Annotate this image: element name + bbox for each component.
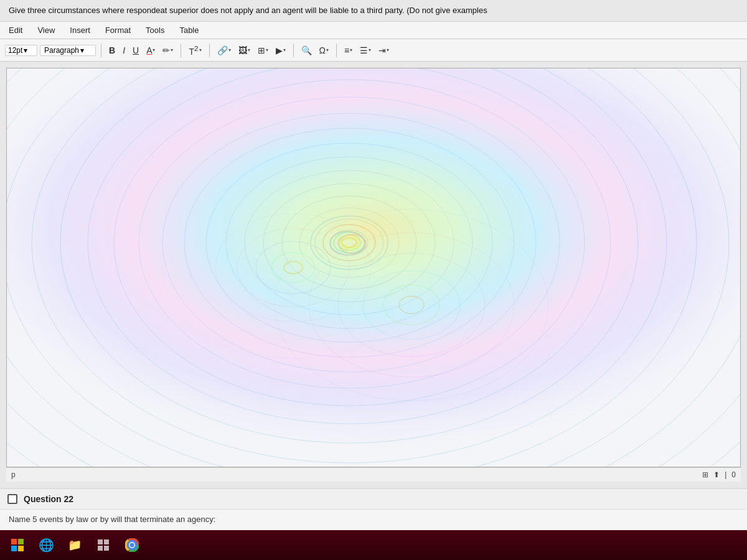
- image-icon: 🖼: [238, 45, 247, 55]
- folder-icon: 📁: [68, 538, 82, 552]
- taskbar-ie-button[interactable]: 🌐: [34, 533, 59, 557]
- indent-icon: ⇥: [378, 45, 386, 55]
- paragraph-chevron: ▾: [80, 46, 84, 55]
- ie-icon: 🌐: [39, 538, 54, 553]
- paragraph-value: Paragraph: [44, 46, 79, 55]
- question-22-section: Question 22 Name 5 events by law or by w…: [0, 488, 747, 530]
- chrome-icon: [125, 538, 139, 552]
- special-chars-chevron: ▾: [326, 47, 329, 53]
- upload-icon: ⬆: [713, 470, 720, 479]
- editor-background: [7, 68, 740, 467]
- table-icon: ⊞: [258, 45, 265, 55]
- question-22-title: Question 22: [24, 494, 73, 504]
- question-22-body: Name 5 events by law or by will that ter…: [0, 510, 747, 530]
- highlight-chevron: ▾: [171, 47, 173, 53]
- font-color-chevron: ▾: [153, 47, 155, 53]
- svg-rect-42: [7, 68, 740, 467]
- toolbar: 12pt ▾ Paragraph ▾ B I U A ▾ ✏ ▾ T2 ▾: [0, 39, 747, 62]
- superscript-button[interactable]: T2 ▾: [186, 42, 204, 58]
- question-22-text: Name 5 events by law or by will that ter…: [9, 515, 215, 524]
- media-button[interactable]: ▶ ▾: [273, 42, 288, 58]
- menu-edit[interactable]: Edit: [6, 24, 25, 36]
- image-chevron: ▾: [248, 47, 250, 53]
- font-color-button[interactable]: A ▾: [144, 42, 157, 58]
- highlight-icon: ✏: [162, 45, 170, 55]
- underline-label: U: [133, 45, 139, 55]
- menu-tools[interactable]: Tools: [143, 24, 167, 36]
- windows-icon: [11, 538, 24, 552]
- superscript-chevron: ▾: [199, 47, 202, 53]
- editor-window: Give three circumstances where respondea…: [0, 0, 747, 530]
- media-icon: ▶: [276, 45, 283, 55]
- editor-area: p ⊞ ⬆ | 0: [0, 62, 747, 488]
- font-size-chevron: ▾: [24, 46, 27, 55]
- menu-table[interactable]: Table: [177, 24, 201, 36]
- separator-4: [293, 44, 294, 57]
- table-chevron: ▾: [266, 47, 268, 53]
- taskbar-explorer-button[interactable]: 📁: [62, 533, 87, 557]
- taskbar: 🌐 📁: [0, 530, 747, 560]
- question-22-checkbox[interactable]: [7, 494, 17, 504]
- menu-bar: Edit View Insert Format Tools Table: [0, 22, 747, 39]
- question-22-header: Question 22: [0, 489, 747, 510]
- separator-2: [181, 44, 181, 57]
- special-chars-icon: Ω: [319, 45, 326, 55]
- align-left-button[interactable]: ≡ ▾: [342, 42, 355, 58]
- search-button[interactable]: 🔍: [299, 42, 314, 58]
- list-chevron: ▾: [369, 47, 371, 53]
- search-icon: 🔍: [301, 45, 312, 55]
- svg-rect-49: [98, 546, 103, 551]
- list-icon: ☰: [360, 45, 368, 55]
- word-count: 0: [731, 470, 736, 479]
- indent-button[interactable]: ⇥ ▾: [376, 42, 392, 58]
- link-icon: 🔗: [217, 45, 228, 55]
- superscript-label: T2: [189, 44, 198, 57]
- taskbar-start-button[interactable]: [5, 533, 30, 557]
- grid-icon: ⊞: [702, 470, 708, 479]
- svg-rect-44: [18, 539, 24, 544]
- link-button[interactable]: 🔗 ▾: [215, 42, 233, 58]
- svg-rect-48: [104, 539, 109, 544]
- italic-button[interactable]: I: [120, 42, 128, 58]
- paragraph-indicator: p: [11, 470, 16, 479]
- font-color-label: A: [146, 45, 152, 55]
- paragraph-style-selector[interactable]: Paragraph ▾: [40, 45, 96, 56]
- svg-rect-43: [11, 539, 17, 544]
- svg-rect-46: [18, 546, 24, 551]
- editor-content[interactable]: [6, 68, 741, 467]
- separator-1: [101, 44, 101, 57]
- svg-point-56: [130, 543, 134, 548]
- table-insert-button[interactable]: ⊞ ▾: [255, 42, 271, 58]
- question-prompt-text: Give three circumstances where respondea…: [9, 6, 487, 15]
- align-left-icon: ≡: [344, 45, 349, 55]
- status-icons: ⊞ ⬆ | 0: [702, 470, 736, 479]
- taskbar-chrome-button[interactable]: [120, 533, 144, 557]
- indent-chevron: ▾: [387, 47, 389, 53]
- taskbar-app-button[interactable]: [91, 533, 116, 557]
- highlight-button[interactable]: ✏ ▾: [160, 42, 176, 58]
- app-grid-icon: [97, 539, 110, 551]
- image-button[interactable]: 🖼 ▾: [236, 42, 253, 58]
- special-chars-button[interactable]: Ω ▾: [317, 42, 331, 58]
- svg-rect-45: [11, 546, 17, 551]
- separator-5: [336, 44, 337, 57]
- align-left-chevron: ▾: [350, 47, 352, 53]
- question-prompt: Give three circumstances where respondea…: [0, 0, 747, 22]
- editor-status: p ⊞ ⬆ | 0: [6, 467, 741, 482]
- font-size-value: 12pt: [8, 46, 22, 55]
- italic-label: I: [123, 45, 125, 55]
- menu-insert[interactable]: Insert: [67, 24, 93, 36]
- bold-label: B: [109, 45, 115, 55]
- media-chevron: ▾: [283, 47, 286, 53]
- separator-status: |: [725, 470, 726, 479]
- menu-view[interactable]: View: [35, 24, 57, 36]
- separator-3: [209, 44, 210, 57]
- bold-button[interactable]: B: [106, 42, 118, 58]
- underline-button[interactable]: U: [130, 42, 141, 58]
- menu-format[interactable]: Format: [103, 24, 133, 36]
- font-size-selector[interactable]: 12pt ▾: [5, 45, 37, 56]
- svg-rect-50: [104, 546, 109, 551]
- list-button[interactable]: ☰ ▾: [357, 42, 374, 58]
- link-chevron: ▾: [228, 47, 231, 53]
- svg-rect-47: [98, 539, 103, 544]
